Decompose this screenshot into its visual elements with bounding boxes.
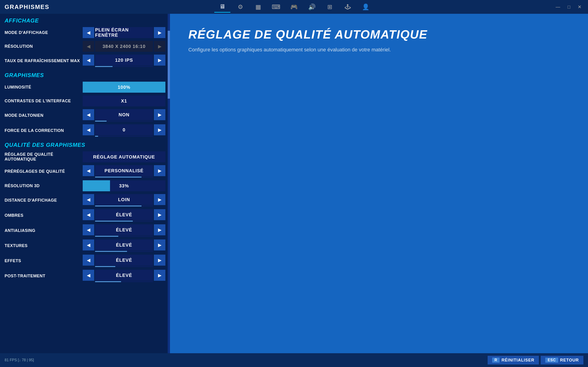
setting-luminosite: LUMINOSITÉ 100%	[0, 80, 170, 94]
control-res-3d: 33%	[83, 180, 165, 191]
value-taux: 120 IPS	[95, 55, 153, 66]
section-graphismes: GRAPHISMES	[0, 68, 170, 80]
control-daltonien: ◀ NON ▶	[83, 109, 165, 122]
next-daltonien[interactable]: ▶	[154, 109, 165, 120]
prev-resolution: ◀	[83, 41, 94, 52]
prev-daltonien[interactable]: ◀	[83, 109, 94, 120]
next-textures[interactable]: ▶	[154, 240, 165, 250]
control-distance: ◀ LOIN ▶	[83, 194, 165, 206]
textures-wrapper: ◀ ÉLEVÉ ▶	[83, 240, 165, 252]
scroll-thumb[interactable]	[168, 31, 170, 99]
textures-track	[95, 251, 153, 252]
post-track	[95, 281, 153, 282]
prev-post[interactable]: ◀	[83, 270, 94, 281]
prereglages-track	[95, 177, 153, 177]
title-bar: GRAPHISMES 🖥 ⚙ ▦ ⌨ 🎮 🔊 ⊞ 🕹 👤 — □ ✕	[0, 0, 588, 14]
retour-button[interactable]: ESC RETOUR	[541, 356, 583, 365]
label-contrastes: CONTRASTES DE L'INTERFACE	[5, 99, 83, 103]
value-force: 0	[95, 124, 153, 135]
nav-controller[interactable]: 🎮	[286, 1, 302, 13]
prereglages-inner: ◀ PERSONNALISÉ ▶	[83, 165, 165, 176]
nav-monitor[interactable]: 🖥	[214, 1, 230, 13]
nav-icons: 🖥 ⚙ ▦ ⌨ 🎮 🔊 ⊞ 🕹 👤	[214, 1, 374, 13]
prev-force[interactable]: ◀	[83, 124, 94, 135]
value-res-3d[interactable]: 33%	[83, 180, 165, 191]
textures-fill	[95, 251, 127, 252]
value-post: ÉLEVÉ	[95, 270, 153, 281]
next-taux[interactable]: ▶	[154, 55, 165, 66]
setting-daltonien: MODE DALTONIEN ◀ NON ▶	[0, 108, 170, 123]
prev-distance[interactable]: ◀	[83, 194, 94, 205]
nav-account[interactable]: 👤	[358, 1, 374, 13]
control-resolution: ◀ 3840 X 2400 16:10 ▶	[83, 41, 165, 52]
label-res-3d: RÉSOLUTION 3D	[5, 184, 83, 188]
prev-taux[interactable]: ◀	[83, 55, 94, 66]
next-ombres[interactable]: ▶	[154, 209, 165, 220]
value-resolution: 3840 X 2400 16:10	[95, 41, 153, 52]
setting-taux: TAUX DE RAFRAÎCHISSEMENT MAX ◀ 120 IPS ▶	[0, 53, 170, 68]
prev-antialiasing[interactable]: ◀	[83, 224, 94, 235]
next-force[interactable]: ▶	[154, 124, 165, 135]
setting-antialiasing: ANTIALIASING ◀ ÉLEVÉ ▶	[0, 223, 170, 238]
distance-fill	[95, 206, 141, 206]
prev-textures[interactable]: ◀	[83, 240, 94, 250]
setting-prereglages: PRÉRÉGLAGES DE QUALITÉ ◀ PERSONNALISÉ ▶	[0, 164, 170, 179]
minimize-button[interactable]: —	[554, 3, 562, 10]
control-antialiasing: ◀ ÉLEVÉ ▶	[83, 224, 165, 237]
next-effets[interactable]: ▶	[154, 255, 165, 266]
effets-track	[95, 266, 153, 267]
next-mode-affichage[interactable]: ▶	[154, 27, 165, 38]
label-ombres: OMBRES	[5, 213, 83, 218]
antialiasing-wrapper: ◀ ÉLEVÉ ▶	[83, 224, 165, 237]
scroll-bar[interactable]	[168, 14, 170, 353]
next-antialiasing[interactable]: ▶	[154, 224, 165, 235]
value-daltonien: NON	[95, 109, 153, 120]
label-resolution: RÉSOLUTION	[5, 44, 83, 49]
nav-gear[interactable]: ⚙	[232, 1, 248, 13]
reinitialiser-button[interactable]: R RÉINITIALISER	[488, 356, 539, 365]
daltonien-fill	[95, 121, 107, 122]
value-reglage-auto[interactable]: RÉGLAGE AUTOMATIQUE	[83, 151, 165, 162]
label-textures: TEXTURES	[5, 243, 83, 248]
nav-keyboard[interactable]: ⌨	[268, 1, 284, 13]
prev-effets[interactable]: ◀	[83, 255, 94, 266]
prev-mode-affichage[interactable]: ◀	[83, 27, 94, 38]
daltonien-inner: ◀ NON ▶	[83, 109, 165, 120]
nav-display[interactable]: ▦	[250, 1, 266, 13]
label-taux: TAUX DE RAFRAÎCHISSEMENT MAX	[5, 58, 83, 63]
nav-gamepad[interactable]: 🕹	[340, 1, 356, 13]
esc-key-badge: ESC	[545, 358, 558, 363]
bottom-bar: 81 FPS [↓ 78 | 95] R RÉINITIALISER ESC R…	[0, 353, 588, 367]
close-button[interactable]: ✕	[576, 3, 583, 10]
antialiasing-fill	[95, 236, 118, 237]
reinitialiser-label: RÉINITIALISER	[502, 358, 534, 363]
nav-audio[interactable]: 🔊	[304, 1, 320, 13]
setting-ombres: OMBRES ◀ ÉLEVÉ ▶	[0, 208, 170, 223]
next-distance[interactable]: ▶	[154, 194, 165, 205]
prev-prereglages[interactable]: ◀	[83, 165, 94, 176]
force-inner: ◀ 0 ▶	[83, 124, 165, 135]
label-force-correction: FORCE DE LA CORRECTION	[5, 128, 83, 133]
antialiasing-track	[95, 236, 153, 237]
maximize-button[interactable]: □	[566, 3, 572, 10]
right-panel-desc: Configure les options graphiques automat…	[188, 46, 395, 53]
antialiasing-inner: ◀ ÉLEVÉ ▶	[83, 224, 165, 235]
bottom-buttons: R RÉINITIALISER ESC RETOUR	[488, 356, 583, 365]
distance-inner: ◀ LOIN ▶	[83, 194, 165, 205]
next-prereglages[interactable]: ▶	[154, 165, 165, 176]
prev-ombres[interactable]: ◀	[83, 209, 94, 220]
force-track	[95, 136, 153, 137]
section-affichage: AFFICHAGE	[0, 14, 170, 26]
next-post[interactable]: ▶	[154, 270, 165, 281]
value-mode-affichage: PLEIN ÉCRAN FENÊTRÉ	[95, 27, 153, 38]
nav-network[interactable]: ⊞	[322, 1, 338, 13]
effets-wrapper: ◀ ÉLEVÉ ▶	[83, 255, 165, 267]
label-luminosite: LUMINOSITÉ	[5, 85, 83, 90]
effets-inner: ◀ ÉLEVÉ ▶	[83, 255, 165, 266]
setting-resolution: RÉSOLUTION ◀ 3840 X 2400 16:10 ▶	[0, 40, 170, 53]
setting-distance: DISTANCE D'AFFICHAGE ◀ LOIN ▶	[0, 193, 170, 208]
distance-track	[95, 206, 153, 206]
value-luminosite[interactable]: 100%	[83, 82, 165, 93]
value-prereglages: PERSONNALISÉ	[95, 165, 153, 176]
taux-wrapper: ◀ 120 IPS ▶	[83, 55, 165, 67]
